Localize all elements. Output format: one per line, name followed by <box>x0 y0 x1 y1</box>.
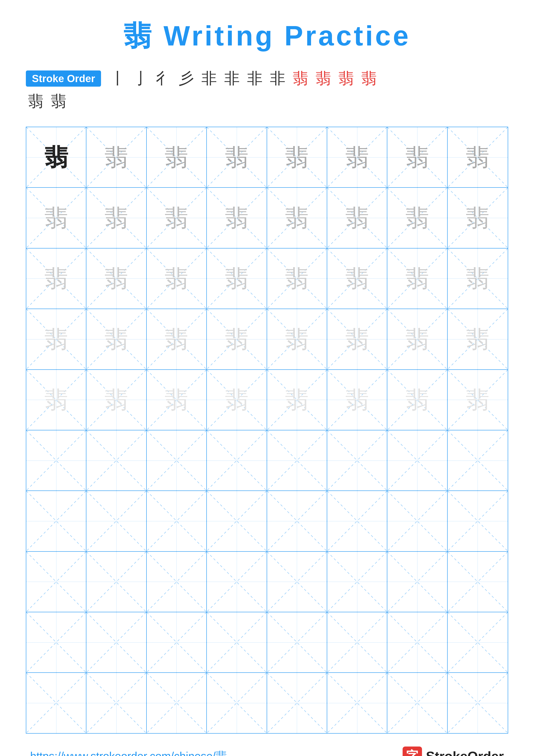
grid-cell[interactable]: 翡 <box>207 309 267 369</box>
grid-cell[interactable]: 翡 <box>267 188 327 248</box>
grid-cell[interactable]: 翡 <box>87 309 146 369</box>
char-display: 翡 <box>225 146 249 169</box>
grid-cell[interactable]: 翡 <box>267 249 327 309</box>
grid-cell[interactable] <box>207 612 267 672</box>
grid-cell[interactable] <box>26 552 87 612</box>
grid-cell[interactable]: 翡 <box>147 188 207 248</box>
grid-cell[interactable]: 翡 <box>26 127 87 187</box>
grid-cell[interactable]: 翡 <box>327 127 387 187</box>
grid-cell[interactable] <box>267 552 327 612</box>
char-display: 翡 <box>345 327 369 351</box>
char-display: 翡 <box>345 267 369 290</box>
grid-cell[interactable]: 翡 <box>87 188 146 248</box>
grid-cell[interactable]: 翡 <box>387 370 447 430</box>
grid-cell[interactable] <box>26 673 87 733</box>
grid-cell[interactable]: 翡 <box>447 249 508 309</box>
grid-cell[interactable] <box>26 491 87 551</box>
grid-cell[interactable]: 翡 <box>147 127 207 187</box>
grid-cell[interactable]: 翡 <box>387 309 447 369</box>
stroke-11: 翡 <box>339 68 354 89</box>
grid-cell[interactable] <box>87 552 146 612</box>
grid-cell[interactable] <box>327 673 387 733</box>
grid-cell[interactable] <box>447 552 508 612</box>
grid-cell[interactable]: 翡 <box>327 188 387 248</box>
grid-cell[interactable] <box>147 552 207 612</box>
grid-cell[interactable] <box>207 430 267 491</box>
grid-cell[interactable]: 翡 <box>447 127 508 187</box>
stroke-order-row-2: 翡 翡 <box>26 91 508 112</box>
char-display: 翡 <box>44 146 68 169</box>
grid-cell[interactable] <box>327 491 387 551</box>
grid-cell[interactable]: 翡 <box>387 249 447 309</box>
grid-cell[interactable] <box>267 430 327 491</box>
grid-cell[interactable]: 翡 <box>147 370 207 430</box>
grid-cell[interactable] <box>387 430 447 491</box>
grid-cell[interactable]: 翡 <box>26 309 87 369</box>
grid-cell[interactable]: 翡 <box>447 309 508 369</box>
grid-cell[interactable]: 翡 <box>87 249 146 309</box>
grid-cell[interactable]: 翡 <box>267 309 327 369</box>
char-display: 翡 <box>165 206 188 230</box>
grid-cell[interactable]: 翡 <box>447 188 508 248</box>
grid-cell[interactable]: 翡 <box>387 127 447 187</box>
grid-cell[interactable]: 翡 <box>327 370 387 430</box>
grid-cell[interactable] <box>207 552 267 612</box>
grid-cell[interactable] <box>87 612 146 672</box>
grid-row-8 <box>26 552 508 612</box>
grid-cell[interactable]: 翡 <box>87 370 146 430</box>
grid-cell[interactable] <box>267 612 327 672</box>
grid-cell[interactable] <box>327 430 387 491</box>
grid-cell[interactable] <box>207 673 267 733</box>
grid-cell[interactable]: 翡 <box>267 370 327 430</box>
grid-cell[interactable]: 翡 <box>26 370 87 430</box>
grid-cell[interactable] <box>147 612 207 672</box>
grid-cell[interactable]: 翡 <box>327 309 387 369</box>
grid-cell[interactable] <box>387 612 447 672</box>
stroke-10: 翡 <box>316 68 331 89</box>
grid-cell[interactable]: 翡 <box>387 188 447 248</box>
grid-cell[interactable] <box>87 491 146 551</box>
grid-cell[interactable] <box>147 491 207 551</box>
grid-cell[interactable] <box>447 430 508 491</box>
char-display: 翡 <box>165 388 188 412</box>
grid-cell[interactable]: 翡 <box>26 188 87 248</box>
grid-cell[interactable] <box>26 612 87 672</box>
grid-cell[interactable] <box>26 430 87 491</box>
grid-cell[interactable]: 翡 <box>87 127 146 187</box>
grid-cell[interactable] <box>387 673 447 733</box>
stroke-13: 翡 <box>28 91 43 112</box>
grid-cell[interactable] <box>87 673 146 733</box>
char-display: 翡 <box>105 267 128 290</box>
grid-cell[interactable]: 翡 <box>207 370 267 430</box>
footer-url[interactable]: https://www.strokeorder.com/chinese/翡 <box>30 749 227 756</box>
grid-cell[interactable] <box>87 430 146 491</box>
grid-cell[interactable] <box>387 491 447 551</box>
grid-cell[interactable] <box>147 430 207 491</box>
grid-cell[interactable] <box>267 491 327 551</box>
grid-cell[interactable]: 翡 <box>447 370 508 430</box>
grid-cell[interactable] <box>447 491 508 551</box>
grid-row-7 <box>26 491 508 552</box>
grid-cell[interactable]: 翡 <box>207 127 267 187</box>
grid-cell[interactable]: 翡 <box>267 127 327 187</box>
grid-cell[interactable] <box>447 612 508 672</box>
grid-cell[interactable]: 翡 <box>207 249 267 309</box>
grid-cell[interactable]: 翡 <box>207 188 267 248</box>
grid-row-5: 翡 翡 翡 翡 翡 翡 翡 <box>26 370 508 430</box>
char-display: 翡 <box>466 327 489 351</box>
grid-cell[interactable]: 翡 <box>327 249 387 309</box>
grid-cell[interactable] <box>387 552 447 612</box>
page: 翡 Writing Practice Stroke Order 丨 亅 彳 彡 … <box>0 0 534 756</box>
grid-cell[interactable] <box>327 612 387 672</box>
grid-cell[interactable] <box>147 673 207 733</box>
char-display: 翡 <box>165 267 188 290</box>
grid-cell[interactable]: 翡 <box>26 249 87 309</box>
grid-cell[interactable] <box>267 673 327 733</box>
grid-cell[interactable] <box>327 552 387 612</box>
grid-cell[interactable] <box>447 673 508 733</box>
grid-cell[interactable] <box>207 491 267 551</box>
grid-cell[interactable]: 翡 <box>147 309 207 369</box>
stroke-2: 亅 <box>133 68 148 89</box>
stroke-3: 彳 <box>156 68 171 89</box>
grid-cell[interactable]: 翡 <box>147 249 207 309</box>
